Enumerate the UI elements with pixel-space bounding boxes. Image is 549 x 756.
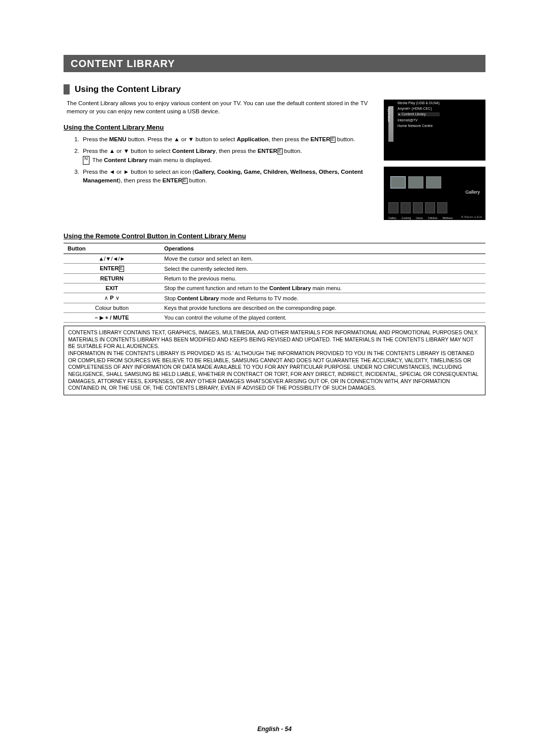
menu-item: Internet@TV	[398, 118, 440, 122]
step-2: Press the ▲ or ▼ button to select Conten…	[81, 147, 377, 165]
note-icon: N	[83, 156, 89, 165]
down-icon: ∨	[115, 295, 119, 301]
table-row: ENTERE Select the currently selected ite…	[64, 264, 485, 274]
th-operations: Operations	[160, 243, 485, 254]
thumb-icon	[390, 176, 406, 188]
table-row: RETURN Return to the previous menu.	[64, 274, 485, 284]
menu-item: Anynet+ (HDMI-CEC)	[398, 107, 440, 110]
menu-item: Media Play (USB & DLNA)	[398, 101, 440, 105]
sidebar-label: Application	[387, 107, 390, 122]
category-icon	[413, 202, 423, 213]
title-bar: CONTENT LIBRARY	[64, 55, 485, 72]
menu-screenshot-2: Gallery Gallery Cooking Game Children We…	[384, 167, 485, 220]
menu-screenshot-1: Application Media Play (USB & DLNA) Anyn…	[384, 100, 485, 161]
section-marker-icon	[64, 84, 70, 94]
table-row: EXIT Stop the current function and retur…	[64, 284, 485, 293]
category-icon	[401, 202, 411, 213]
page-footer: English - 54	[0, 726, 549, 733]
thumb-icon	[408, 176, 423, 188]
disclaimer-box: CONTENTS LIBRARY CONTAINS TEXT, GRAPHICS…	[64, 326, 485, 395]
up-icon: ∧	[104, 295, 108, 301]
gallery-label: Gallery	[465, 190, 480, 195]
menu-item: Home Network Centre	[398, 124, 440, 128]
table-row: – + / MUTE You can control the volume of…	[64, 313, 485, 323]
intro-text: The Content Library allows you to enjoy …	[64, 100, 377, 115]
step-3: Press the ◄ or ► button to select an ico…	[81, 168, 377, 184]
category-icon	[437, 202, 447, 213]
table-row: ▲/▼/◄/► Move the cursor and select an it…	[64, 254, 485, 264]
enter-icon: E	[119, 266, 124, 272]
section-title: Using the Content Library	[75, 84, 181, 94]
category-icon	[388, 202, 399, 213]
enter-icon: E	[330, 137, 336, 143]
subheading-menu: Using the Content Library Menu	[64, 123, 377, 131]
table-row: Colour button Keys that provide function…	[64, 303, 485, 313]
table-row: ∧ P ∨ Stop Content Library mode and Retu…	[64, 293, 485, 303]
volume-icon	[100, 316, 104, 320]
enter-icon: E	[278, 148, 283, 154]
thumb-icon	[426, 176, 441, 188]
screenshot-footer: R Return e Exit	[461, 215, 482, 218]
category-icon	[425, 202, 435, 213]
steps-list: Press the MENU button. Press the ▲ or ▼ …	[64, 135, 377, 184]
section-header: Using the Content Library	[64, 84, 485, 94]
subheading-remote: Using the Remote Control Button in Conte…	[64, 232, 485, 240]
enter-icon: E	[182, 178, 188, 184]
th-button: Button	[64, 243, 160, 254]
step-1: Press the MENU button. Press the ▲ or ▼ …	[81, 135, 377, 144]
operations-table: Button Operations ▲/▼/◄/► Move the curso…	[64, 243, 485, 323]
menu-item-selected: ▸ Content Library	[398, 112, 440, 116]
